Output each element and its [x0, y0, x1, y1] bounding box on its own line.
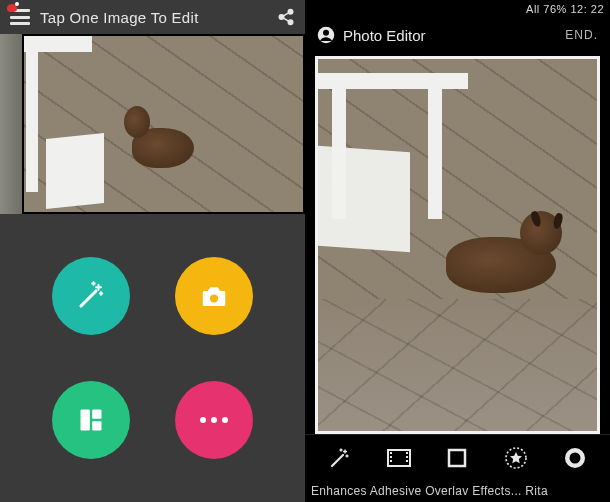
svg-rect-13 — [390, 456, 392, 458]
thumbnail-prev-sliver[interactable] — [0, 34, 22, 214]
more-dots-icon — [200, 417, 228, 423]
svg-rect-7 — [92, 410, 101, 419]
thumbnail-image[interactable] — [24, 36, 303, 212]
collage-button[interactable] — [52, 381, 130, 459]
status-bar: All 76% 12: 22 — [305, 0, 610, 18]
svg-line-3 — [283, 13, 288, 16]
camera-icon — [199, 281, 229, 311]
svg-line-4 — [283, 18, 288, 21]
tool-filmstrip[interactable] — [383, 442, 415, 474]
magic-button[interactable] — [52, 257, 130, 335]
svg-rect-12 — [390, 452, 392, 454]
preview-image[interactable] — [315, 56, 600, 434]
hamburger-menu-icon[interactable] — [10, 9, 30, 25]
filmstrip-icon — [386, 446, 412, 470]
picker-header: Tap One Image To Edit — [0, 0, 305, 34]
svg-rect-15 — [406, 452, 408, 454]
svg-rect-6 — [81, 410, 90, 431]
tool-crop[interactable] — [441, 442, 473, 474]
share-icon[interactable] — [277, 8, 295, 26]
magic-wand-icon — [328, 446, 352, 470]
svg-point-10 — [323, 30, 329, 36]
tool-vignette[interactable] — [559, 442, 591, 474]
svg-rect-17 — [406, 460, 408, 462]
thumbnail-strip — [0, 34, 305, 214]
caption-text: Enhances Adhesive Overlav Effects... Rit… — [311, 484, 548, 498]
photo-editor-panel: All 76% 12: 22 Photo Editor END. — [305, 0, 610, 502]
camera-button[interactable] — [175, 257, 253, 335]
magic-wand-icon — [76, 281, 106, 311]
svg-rect-14 — [390, 460, 392, 462]
svg-rect-16 — [406, 456, 408, 458]
vignette-circle-icon — [563, 446, 587, 470]
avatar-icon — [317, 26, 335, 44]
status-text: All 76% 12: 22 — [526, 3, 604, 15]
star-circle-icon — [504, 446, 528, 470]
svg-rect-8 — [92, 421, 101, 430]
collage-icon — [77, 406, 105, 434]
tool-magic-wand[interactable] — [324, 442, 356, 474]
tool-caption: Enhances Adhesive Overlav Effects... Rit… — [305, 480, 610, 502]
svg-point-21 — [569, 452, 580, 463]
svg-point-0 — [288, 10, 293, 15]
preview-area — [305, 52, 610, 434]
svg-point-1 — [279, 15, 284, 20]
end-button[interactable]: END. — [565, 28, 598, 42]
tool-star[interactable] — [500, 442, 532, 474]
picker-title: Tap One Image To Edit — [40, 9, 277, 26]
svg-point-2 — [288, 20, 293, 25]
svg-rect-18 — [449, 450, 465, 466]
editor-header: Photo Editor END. — [305, 18, 610, 52]
image-picker-panel: Tap One Image To Edit — [0, 0, 305, 502]
tool-strip — [305, 434, 610, 480]
action-grid — [0, 214, 305, 502]
editor-title: Photo Editor — [343, 27, 565, 44]
svg-point-5 — [210, 295, 218, 303]
crop-square-icon — [446, 447, 468, 469]
more-button[interactable] — [175, 381, 253, 459]
